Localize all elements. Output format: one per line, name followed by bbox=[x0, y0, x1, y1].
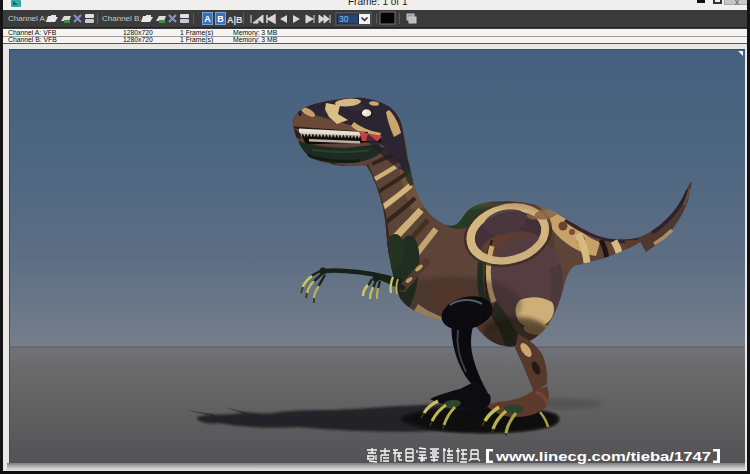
svg-text:A|B: A|B bbox=[227, 15, 243, 25]
svg-text:www.linecg.com/tieba/1747: www.linecg.com/tieba/1747 bbox=[495, 449, 711, 464]
svg-text:30: 30 bbox=[339, 14, 349, 24]
